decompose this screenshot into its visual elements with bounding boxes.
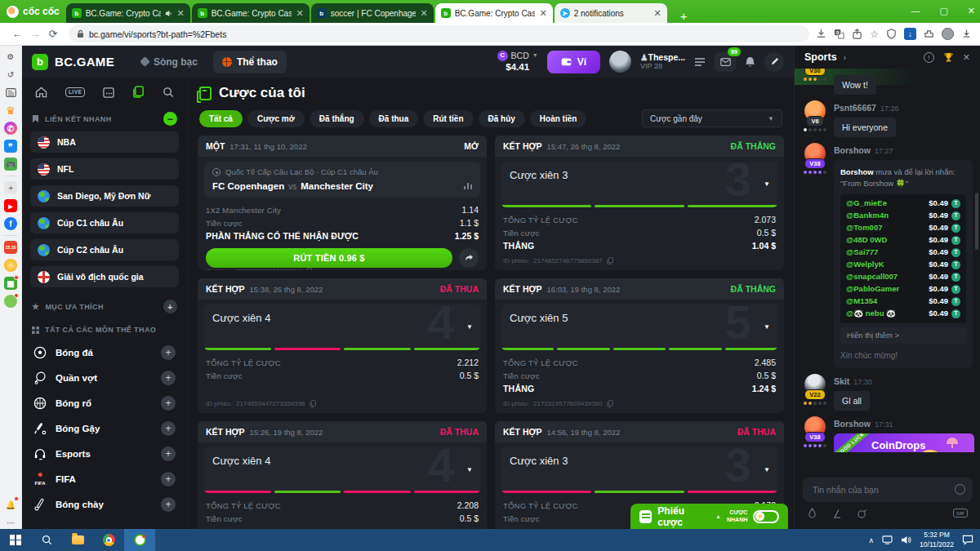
home-icon[interactable]	[35, 87, 47, 98]
rain-tip-icon[interactable]	[808, 508, 817, 518]
bell-icon[interactable]	[745, 56, 755, 68]
sort-dropdown[interactable]: Cược gần đây ▼	[642, 109, 782, 127]
close-button[interactable]: ✕	[968, 6, 975, 16]
tab-bcgame-2[interactable]: b BC.Game: Crypto Casino Gam ✕	[192, 3, 310, 23]
notification-bell-icon[interactable]: 🔔	[4, 498, 17, 511]
chat-rules-icon[interactable]: !	[924, 52, 934, 63]
coin-reward-icon[interactable]	[4, 259, 17, 272]
rain-username[interactable]: @Tom007	[846, 222, 929, 233]
add-sport-button[interactable]: +	[161, 421, 176, 436]
url-box[interactable]: bc.game/vi/sports?bt-path=%2Fbets	[69, 25, 809, 42]
settings-gear-icon[interactable]: ⚙	[4, 50, 17, 63]
rain-username[interactable]: @G_mieEe	[846, 198, 929, 209]
betslip-bar[interactable]: Phiếu cược ▲ CƯỢC NHANH ⚡	[630, 504, 788, 529]
file-explorer-icon[interactable]	[62, 529, 93, 551]
gif-icon[interactable]: GIF	[953, 509, 968, 518]
sale-1510-icon[interactable]: 15.10	[4, 241, 17, 254]
filter-lost[interactable]: Đã thua	[369, 110, 419, 127]
new-tab-button[interactable]: +	[675, 9, 693, 23]
live-icon[interactable]: LIVE	[65, 87, 85, 97]
filter-all[interactable]: Tất cả	[199, 110, 243, 127]
share-icon[interactable]	[852, 29, 862, 39]
bookmark-star-icon[interactable]: ☆	[870, 29, 879, 40]
nav-casino[interactable]: Sòng bạc	[132, 51, 207, 73]
bet-list-icon[interactable]	[694, 57, 706, 67]
show-more-button[interactable]: Hiển thị thêm >	[840, 327, 966, 344]
sidebar-item-cup-c2[interactable]: Cúp C2 châu Âu	[30, 239, 179, 260]
rain-username[interactable]: @M1354	[846, 295, 929, 307]
minimize-button[interactable]: —	[911, 6, 920, 16]
combo-expander[interactable]: Cược xiên 4 4 ▼	[204, 447, 480, 493]
rain-username[interactable]: @Sai777	[846, 247, 929, 258]
newsfeed-icon[interactable]	[4, 86, 17, 99]
coccoc-taskbar-icon[interactable]	[124, 529, 155, 551]
more-menu-icon[interactable]: ⋯	[4, 516, 17, 529]
match-panel[interactable]: Quốc Tế Cấp Câu Lạc Bộ · Cúp C1 châu Âu …	[204, 162, 480, 198]
rain-username[interactable]: @48D 0WD	[846, 234, 929, 246]
tray-expand-icon[interactable]: ∧	[868, 536, 874, 544]
copy-icon[interactable]	[305, 268, 312, 270]
sidebar-sport-baseball[interactable]: Bóng chày+	[22, 491, 187, 517]
emoji-icon[interactable]	[955, 484, 965, 495]
sidebar-item-cup-c1[interactable]: Cúp C1 châu Âu	[30, 212, 179, 233]
sidebar-item-national-league[interactable]: Giải vô địch quốc gia	[30, 266, 179, 287]
shield-icon[interactable]	[886, 29, 897, 39]
tab-audio-icon[interactable]	[165, 10, 172, 17]
tab-close-icon[interactable]: ✕	[176, 9, 184, 18]
bcgame-logo-icon[interactable]: b	[32, 54, 48, 70]
add-sport-button[interactable]: +	[161, 497, 176, 512]
currency-selector[interactable]: C BCD ▼ $4.41	[497, 51, 538, 73]
taskbar-search-icon[interactable]	[31, 529, 62, 551]
add-sport-button[interactable]: +	[161, 345, 176, 360]
chevron-right-icon[interactable]: ›	[844, 52, 847, 62]
user-info[interactable]: ♟Thespe... VIP 28	[640, 52, 685, 71]
rain-username[interactable]: @WelplyK	[846, 259, 929, 270]
sidebar-sport-cricket[interactable]: Bóng Gậy+	[22, 415, 187, 441]
network-icon[interactable]	[882, 535, 893, 544]
chat-username[interactable]: Psnt66667	[834, 103, 876, 113]
stats-icon[interactable]	[464, 183, 472, 189]
bcgame-logo-text[interactable]: BC.GAME	[55, 55, 114, 69]
chat-toggle-button[interactable]	[764, 52, 784, 72]
user-avatar[interactable]	[609, 51, 631, 73]
combo-expander[interactable]: Cược xiên 3 3 ▼	[501, 447, 777, 493]
share-bet-button[interactable]	[459, 248, 479, 268]
chat-app-icon[interactable]: ❞	[4, 140, 17, 153]
copy-icon[interactable]	[607, 400, 613, 407]
filter-refund[interactable]: Hoàn tiền	[530, 110, 587, 127]
sidebar-sport-basketball[interactable]: Bóng rổ+	[22, 390, 187, 415]
profile-avatar[interactable]	[942, 28, 954, 40]
combo-expander[interactable]: Cược xiên 5 5 ▼	[501, 304, 777, 350]
gift-icon[interactable]: ▦	[4, 277, 17, 290]
tab-close-icon[interactable]: ✕	[653, 9, 661, 18]
search-icon[interactable]	[163, 87, 174, 98]
sidebar-sport-soccer[interactable]: Bóng đá+	[22, 340, 187, 365]
chat-scrollbar[interactable]	[975, 193, 978, 250]
tab-bcgame-1[interactable]: b BC.Game: Crypto Casino ✕	[66, 3, 190, 23]
youtube-icon[interactable]: ▸	[4, 199, 17, 212]
chat-room-title[interactable]: Sports	[804, 51, 837, 63]
tab-notifications[interactable]: ➤ 2 notifications ✕	[555, 3, 667, 23]
combo-expander[interactable]: Cược xiên 3 3 ▼	[501, 162, 777, 207]
action-center-icon[interactable]	[962, 535, 973, 545]
filter-cancelled[interactable]: Đã hủy	[479, 110, 525, 127]
history-icon[interactable]: ↺	[4, 68, 17, 81]
sidebar-sport-esports[interactable]: Esports+	[22, 441, 187, 466]
tab-soccer[interactable]: b soccer | FC Copenhagen vs M ✕	[311, 3, 434, 23]
my-bets-icon[interactable]	[132, 86, 145, 98]
facebook-icon[interactable]: f	[4, 217, 17, 230]
copy-icon[interactable]	[310, 400, 316, 407]
slash-command-icon[interactable]	[832, 509, 842, 518]
games-icon[interactable]: 🎮	[4, 158, 17, 171]
add-sport-button[interactable]: +	[161, 371, 176, 385]
rain-username[interactable]: @snapcall007	[846, 271, 929, 282]
bomb-icon[interactable]	[858, 509, 867, 518]
sidebar-item-nfl[interactable]: NFL	[30, 158, 179, 180]
sidebar-item-san-diego[interactable]: San Diego, Mỹ Đơn Nữ	[30, 185, 179, 207]
downloads-icon[interactable]	[961, 29, 972, 39]
chrome-icon[interactable]	[93, 529, 124, 551]
trophy-icon[interactable]	[943, 52, 954, 63]
chat-username[interactable]: Borshow	[834, 145, 871, 155]
vip-crown-icon[interactable]: ♛	[4, 104, 17, 117]
add-favorite-button[interactable]: +	[163, 300, 177, 313]
